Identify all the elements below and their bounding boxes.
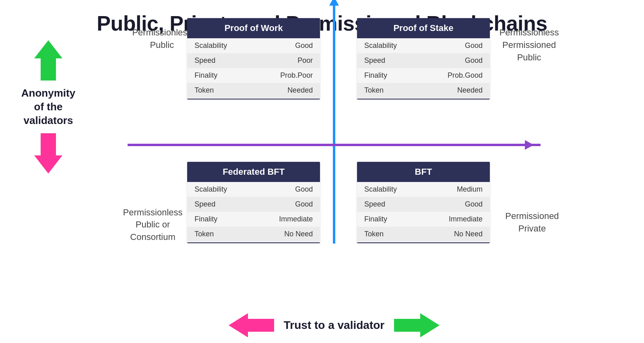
horizontal-axis (128, 144, 541, 146)
horizontal-axis-arrow (525, 140, 534, 150)
table-row: Speed Good (187, 197, 320, 212)
card-pow-body: Scalability Good Speed Poor Finality Pro… (187, 38, 320, 99)
trust-arrow-right (394, 313, 440, 337)
card-proof-of-work: Proof of Work Scalability Good Speed Poo… (187, 18, 320, 99)
card-bft: BFT Scalability Medium Speed Good Finali… (357, 162, 490, 243)
card-pos-header: Proof of Stake (357, 18, 490, 38)
table-row: Scalability Medium (357, 182, 490, 197)
card-pos-body: Scalability Good Speed Good Finality Pro… (357, 38, 490, 99)
table-row: Finality Prob.Poor (187, 68, 320, 83)
anonymity-label: Anonymityof thevalidators (21, 87, 75, 127)
table-row: Speed Good (357, 53, 490, 68)
table-row: Finality Immediate (357, 212, 490, 227)
table-row: Token No Need (187, 227, 320, 242)
table-row: Scalability Good (187, 182, 320, 197)
green-up-arrow (34, 40, 62, 81)
vertical-axis (333, 4, 335, 244)
table-row: Token Needed (187, 83, 320, 98)
table-row: Scalability Good (357, 38, 490, 53)
trust-label: Trust to a validator (284, 319, 385, 332)
label-top-left: PermissionlessPublic (132, 27, 192, 52)
quadrant-area: PermissionlessPublic PermissionlessPermi… (105, 4, 564, 286)
label-bottom-left: PermissionlessPublic orConsortium (123, 207, 183, 244)
card-federated-bft: Federated BFT Scalability Good Speed Goo… (187, 162, 320, 243)
card-bft-body: Scalability Medium Speed Good Finality I… (357, 182, 490, 243)
card-proof-of-stake: Proof of Stake Scalability Good Speed Go… (357, 18, 490, 99)
vertical-axis-arrow (329, 0, 339, 6)
table-row: Speed Good (357, 197, 490, 212)
table-row: Finality Immediate (187, 212, 320, 227)
pink-down-arrow (34, 133, 62, 174)
trust-arrow-left (229, 313, 274, 337)
table-row: Scalability Good (187, 38, 320, 53)
table-row: Speed Poor (187, 53, 320, 68)
card-pow-header: Proof of Work (187, 18, 320, 38)
table-row: Finality Prob.Good (357, 68, 490, 83)
label-bottom-right: PermissionedPrivate (505, 210, 559, 235)
left-column: Anonymityof thevalidators (8, 40, 89, 174)
label-top-right: PermissionlessPermissionedPublic (500, 27, 559, 64)
bottom-trust-section: Trust to a validator (105, 313, 564, 337)
table-row: Token No Need (357, 227, 490, 242)
card-fbft-header: Federated BFT (187, 162, 320, 182)
table-row: Token Needed (357, 83, 490, 98)
card-fbft-body: Scalability Good Speed Good Finality Imm… (187, 182, 320, 243)
card-bft-header: BFT (357, 162, 490, 182)
